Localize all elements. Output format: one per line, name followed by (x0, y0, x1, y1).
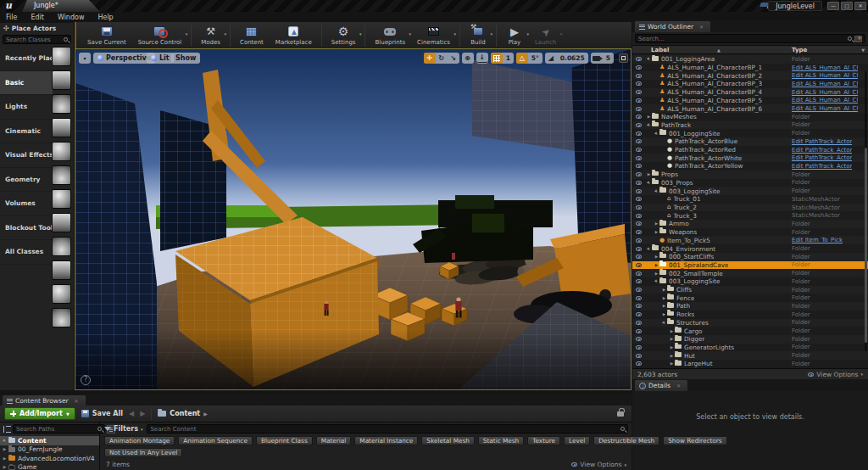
visibility-eye-icon[interactable] (636, 181, 642, 185)
chevron-down-icon[interactable]: ▾ (359, 31, 362, 36)
level-viewport[interactable]: ▾ Perspective Lit Show ✛ ↻ ↘ ⊕ ↓ 1 △ 5° … (75, 48, 632, 390)
filter-chip-blueprint-class[interactable]: Blueprint Class (256, 436, 313, 445)
outliner-row[interactable]: ▶PropsFolder (632, 171, 868, 179)
expander-arrow-icon[interactable]: ▶ (654, 271, 659, 276)
surface-snap-button[interactable]: ↓ (476, 54, 488, 63)
type-link[interactable]: Edit ALS_Human_AI_Ch (792, 64, 858, 71)
actor-thumbnail[interactable] (52, 165, 71, 185)
visibility-eye-icon[interactable] (636, 139, 642, 143)
expander-arrow-icon[interactable]: ▶ (669, 329, 675, 333)
expander-arrow-icon[interactable]: ▶ (669, 354, 675, 358)
visibility-eye-icon[interactable] (636, 156, 642, 160)
visibility-eye-icon[interactable] (636, 65, 642, 70)
filters-button[interactable]: Filters ▾ (104, 425, 142, 433)
place-actors-searchbox[interactable] (3, 35, 71, 44)
expander-arrow-icon[interactable]: ▶ (654, 255, 659, 259)
category-visual-effects[interactable]: Visual Effects (0, 143, 53, 168)
visibility-eye-icon[interactable] (636, 123, 642, 127)
chevron-down-icon[interactable]: ▾ (225, 31, 227, 36)
expander-arrow-icon[interactable]: ▶ (646, 115, 652, 119)
filter-chip-animation-montage[interactable]: Animation Montage (104, 436, 175, 445)
settings-button[interactable]: ⚙Settings▾ (326, 23, 362, 48)
outliner-row[interactable]: ▶000_StartCliffsFolder (632, 253, 868, 261)
type-link[interactable]: Edit Item_To_Pick (792, 237, 843, 243)
outliner-row[interactable]: ▶GeneratorLightsFolder (632, 344, 868, 352)
chevron-down-icon[interactable]: ▾ (490, 31, 492, 36)
actor-thumbnail[interactable] (52, 142, 71, 161)
category-all-classes[interactable]: All Classes (0, 240, 53, 265)
back-button[interactable]: ◀ (129, 410, 134, 417)
save-all-button[interactable]: Save All (81, 410, 123, 417)
outliner-row[interactable]: ♟ALS_Human_AI_CharacterBP_6Edit ALS_Huma… (632, 104, 868, 113)
sources-toggle-icon[interactable] (3, 426, 11, 433)
world-local-toggle[interactable]: ⊕ (462, 53, 474, 64)
actor-thumbnail[interactable] (52, 237, 71, 256)
visibility-eye-icon[interactable] (636, 172, 642, 176)
outliner-row[interactable]: ●PathTrack_ActorYellowEdit PathTrack_Act… (632, 162, 868, 171)
visibility-eye-icon[interactable] (636, 98, 642, 103)
camera-speed-button[interactable] (591, 53, 603, 64)
filter-chip-static-mesh[interactable]: Static Mesh (478, 436, 524, 445)
content-button[interactable]: Content (234, 23, 270, 48)
visibility-eye-icon[interactable] (636, 329, 642, 333)
search-paths-box[interactable] (13, 424, 105, 434)
filter-chip-animation-sequence[interactable]: Animation Sequence (178, 436, 253, 445)
camera-speed-value[interactable]: 5 (603, 54, 614, 62)
type-link[interactable]: Edit ALS_Human_AI_Ch (792, 97, 858, 104)
category-recently-placed[interactable]: Recently Placed (0, 47, 53, 71)
type-link[interactable]: Edit PathTrack_Actor (792, 147, 852, 154)
chevron-down-icon[interactable]: ▾ (453, 31, 456, 36)
minimize-button[interactable]: — (827, 2, 839, 10)
visibility-eye-icon[interactable] (636, 271, 642, 276)
visibility-eye-icon[interactable] (636, 148, 642, 152)
viewport-help-icon[interactable]: ? (81, 375, 91, 385)
outliner-scrollbar[interactable] (865, 71, 867, 351)
search-classes-input[interactable] (6, 36, 64, 43)
breadcrumb-arrow-icon[interactable]: ▶ (203, 411, 208, 417)
expander-arrow-icon[interactable]: ▶ (661, 288, 667, 292)
save-current-button[interactable]: Save Current (81, 23, 132, 48)
expander-arrow-icon[interactable]: ▶ (661, 296, 667, 300)
visibility-eye-icon[interactable] (636, 361, 642, 366)
filter-chip-level[interactable]: Level (564, 436, 590, 445)
actor-thumbnail[interactable] (52, 260, 71, 280)
outliner-row[interactable]: ▶AmmoFolder (632, 220, 868, 228)
visibility-eye-icon[interactable] (636, 321, 642, 325)
filter-chip-material-instance[interactable]: Material Instance (354, 436, 418, 445)
type-link[interactable]: Edit ALS_Human_AI_Ch (792, 81, 858, 87)
visibility-eye-icon[interactable] (636, 345, 642, 350)
category-volumes[interactable]: Volumes (0, 192, 53, 216)
visibility-eye-icon[interactable] (636, 312, 642, 316)
outliner-row[interactable]: ▶CliffsFolder (632, 286, 868, 294)
source-folder-00-fernjungle[interactable]: ▶00_FernJungle (0, 445, 99, 455)
outliner-searchbox[interactable] (635, 34, 865, 43)
outliner-row[interactable]: ♟ALS_Human_AI_CharacterBP_4Edit ALS_Huma… (632, 88, 868, 97)
outliner-row[interactable]: ▶WeaponsFolder (632, 228, 868, 237)
view-mode-button[interactable]: Lit (147, 53, 174, 64)
cinematics-button[interactable]: Cinematics▾ (411, 23, 456, 48)
outliner-row[interactable]: ♟ALS_Human_AI_CharacterBP_5Edit ALS_Huma… (632, 97, 868, 105)
filter-chip-show-redirectors[interactable]: Show Redirectors (663, 436, 726, 445)
category-basic[interactable]: Basic (0, 71, 53, 96)
menubar-item-file[interactable]: File (6, 14, 17, 21)
menubar-item-edit[interactable]: Edit (31, 14, 44, 21)
modes-button[interactable]: ⚒Modes▾ (195, 23, 226, 48)
project-tab[interactable]: Jungle* (22, 0, 100, 12)
search-content-input[interactable] (150, 426, 620, 433)
expander-arrow-icon[interactable]: ▶ (661, 304, 667, 308)
rotation-snap-value[interactable]: 5° (528, 54, 542, 62)
visibility-eye-icon[interactable] (636, 164, 642, 168)
source-folder-advancedlocomotionv4[interactable]: ▶AdvancedLocomotionV4 (0, 454, 99, 463)
cb-view-options-button[interactable]: View Options ▾ (571, 461, 626, 468)
actor-thumbnail[interactable] (52, 213, 71, 232)
visibility-eye-icon[interactable] (636, 214, 642, 218)
play-button[interactable]: ▶Play▾ (500, 23, 529, 48)
outliner-row[interactable]: ▶FenceFolder (632, 294, 868, 302)
type-link[interactable]: Edit ALS_Human_AI_Ch (792, 89, 858, 96)
outliner-row[interactable]: ▶001_LoggingSiteFolder (632, 129, 868, 137)
type-link[interactable]: Edit PathTrack_Actor (792, 154, 852, 161)
visibility-eye-icon[interactable] (636, 221, 642, 226)
chevron-down-icon[interactable]: ▾ (186, 31, 188, 36)
outliner-row[interactable]: ●PathTrack_ActorWhiteEdit PathTrack_Acto… (632, 154, 868, 162)
visibility-eye-icon[interactable] (636, 107, 642, 111)
